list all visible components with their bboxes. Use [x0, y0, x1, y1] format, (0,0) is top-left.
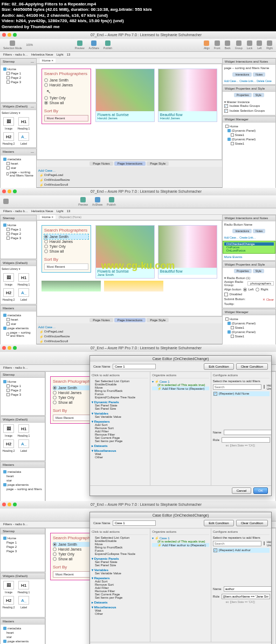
sitemap-item[interactable]: Page 2	[2, 76, 34, 80]
sitemap-item[interactable]: Home	[2, 67, 34, 71]
font-select[interactable]: Helvetica Neue	[31, 53, 53, 56]
wm-item[interactable]: Home	[224, 124, 274, 128]
name-input[interactable]	[224, 430, 271, 435]
tab-home[interactable]: Home ×	[40, 58, 56, 63]
group-button[interactable]: Group	[235, 40, 243, 50]
minimize-icon[interactable]	[8, 189, 11, 193]
event-onlostfocus[interactable]: OnLostFocus	[224, 249, 274, 252]
clear-button[interactable]: ✕ Clear	[263, 297, 274, 301]
radio-section[interactable]: ▾ Radio Button (1)	[224, 276, 274, 280]
widget-h2[interactable]: H2Heading 2	[2, 132, 15, 145]
master-instance-section[interactable]: ▾ Master Instance	[224, 100, 274, 104]
align-button[interactable]: Align	[204, 40, 210, 50]
action-add-filter[interactable]: ⚡ Add Filter None to (Repeater)	[152, 387, 209, 390]
format-bar: Filters - radio b… Helvetica Neue Light …	[0, 52, 276, 58]
panel-controls-icon[interactable]: ⋯	[31, 60, 34, 64]
assign-group[interactable]: Assign Radio Group:photographers	[224, 280, 274, 287]
radio-harold[interactable]: Harold James	[44, 83, 88, 87]
publish-button[interactable]: Publish	[104, 40, 112, 50]
case-name-input[interactable]	[113, 364, 156, 369]
align-button-setting[interactable]: Align button Left Right	[224, 287, 274, 292]
right-button[interactable]: Right	[266, 40, 273, 50]
master-item[interactable]: heart	[2, 161, 34, 166]
selection-mode[interactable]: Selection Mode	[3, 40, 22, 50]
disabled-check[interactable]: Disabled	[224, 292, 274, 297]
sitemap-item[interactable]: Page 1	[2, 71, 34, 76]
close-icon[interactable]	[2, 33, 6, 37]
isolate-selection-check[interactable]: Isolate Selection Groups	[224, 109, 274, 113]
repeater-card[interactable]: Beautiful flowHarold James	[158, 69, 217, 122]
lock-button[interactable]: Lock	[247, 40, 253, 50]
tab-notes[interactable]: Notes	[253, 72, 265, 77]
axshare-button[interactable]: AxShare	[92, 197, 102, 206]
clear-condition-button[interactable]: Clear Condition	[236, 520, 268, 526]
tab-notes[interactable]: Page Notes	[89, 161, 113, 166]
edit-condition-button[interactable]: Edit Condition	[204, 520, 233, 526]
zoom-dropdown[interactable]: 100%	[26, 43, 33, 46]
clear-condition-button[interactable]: Clear Condition	[236, 363, 268, 370]
zoom-icon[interactable]	[13, 33, 17, 37]
radio-tyler[interactable]: Tyler Orly	[44, 96, 88, 100]
event-list[interactable]: OnCheckedChange OnFocus OnLostFocus	[223, 241, 275, 254]
wm-item[interactable]: (Dynamic Panel)	[224, 137, 274, 141]
wm-item[interactable]: State1	[224, 133, 274, 137]
front-button[interactable]: Front	[214, 40, 220, 50]
preview-button[interactable]: Preview	[78, 197, 88, 206]
library-select[interactable]: Select Library ▾	[1, 110, 36, 116]
panel-controls-icon[interactable]: ⋯	[31, 150, 34, 154]
widget-image[interactable]: 🖼Image	[2, 117, 15, 130]
axshare-button[interactable]: AxShare	[89, 40, 99, 50]
ok-button[interactable]: OK	[253, 487, 268, 494]
preview-button[interactable]: Preview	[75, 40, 85, 50]
widget-h1[interactable]: H1Heading 1	[17, 117, 30, 130]
event-item[interactable]: ⚡ OnWindowResize	[38, 178, 220, 182]
wm-item[interactable]: State1	[224, 141, 274, 146]
case-links[interactable]: Add Case… Create Link… Delete Case	[223, 78, 275, 84]
cancel-button[interactable]: Cancel	[232, 487, 252, 494]
rule-input[interactable]	[222, 594, 270, 599]
case-name-input[interactable]	[113, 520, 156, 526]
publish-button[interactable]: Publish	[107, 197, 115, 206]
widget-label[interactable]: A_Label	[17, 132, 30, 145]
tab-properties[interactable]: Properties	[234, 93, 252, 97]
selection-mode[interactable]	[3, 199, 9, 204]
zoom-icon[interactable]	[13, 189, 17, 193]
tab-interactions[interactable]: Page Interactions	[114, 161, 146, 166]
radio-showall[interactable]: Show all	[44, 100, 88, 105]
search-input[interactable]	[213, 541, 261, 546]
add-case-link[interactable]: Add Case…	[38, 168, 220, 173]
master-item[interactable]: star	[2, 166, 34, 170]
edit-condition-button[interactable]: Edit Condition	[204, 363, 233, 370]
event-item[interactable]: ⚡ OnWindowScroll	[38, 182, 220, 187]
action-add-filter[interactable]: ⚡ Add Filter author to (Repeater)	[152, 543, 209, 547]
tab-style[interactable]: Page Style	[147, 161, 169, 166]
repeater-select[interactable]: (Repeater) Add author	[213, 548, 270, 553]
minimize-icon[interactable]	[8, 33, 11, 37]
size-select[interactable]: 13	[67, 53, 71, 56]
rule-input[interactable]	[222, 437, 270, 443]
repeater-card[interactable]: Flowers at SunriseHarold James	[95, 69, 155, 122]
weight-select[interactable]: Light	[57, 53, 64, 56]
back-button[interactable]: Back	[225, 40, 231, 50]
radio-jane[interactable]: Jane Smith	[44, 78, 88, 83]
name-input[interactable]	[224, 586, 271, 592]
sitemap-item[interactable]: Page 3	[2, 80, 34, 84]
tab-interactions[interactable]: Interactions	[232, 72, 252, 77]
more-events-link[interactable]: More Events	[223, 254, 275, 260]
master-item[interactable]: page – sorting and filters Name	[2, 170, 34, 178]
wm-item[interactable]: (Dynamic Panel)	[224, 128, 274, 133]
event-item[interactable]: ⚡ OnPageLoad	[38, 173, 220, 178]
sitemap-panel: Sitemap⋯ Home Page 1 Page 2 Page 3	[0, 58, 37, 103]
design-canvas[interactable]: Search Photographers Jane Smith Harold J…	[37, 64, 222, 160]
radio-jane[interactable]: Jane Smith	[44, 234, 88, 239]
search-input[interactable]	[213, 384, 261, 390]
tab-style[interactable]: Style	[253, 93, 264, 97]
master-item[interactable]: metadata	[2, 157, 34, 161]
left-button[interactable]: Left	[257, 40, 262, 50]
repeater-select[interactable]: (Repeater) Add None	[213, 391, 270, 396]
close-icon[interactable]	[2, 189, 6, 193]
search-panel-widget[interactable]: Search Photographers Jane Smith Harold J…	[42, 69, 91, 124]
sort-dropdown[interactable]: Most Recent	[44, 115, 88, 121]
panel-controls-icon[interactable]: ⋯	[31, 105, 34, 109]
isolate-radio-check[interactable]: Isolate Radio Groups	[224, 104, 274, 109]
